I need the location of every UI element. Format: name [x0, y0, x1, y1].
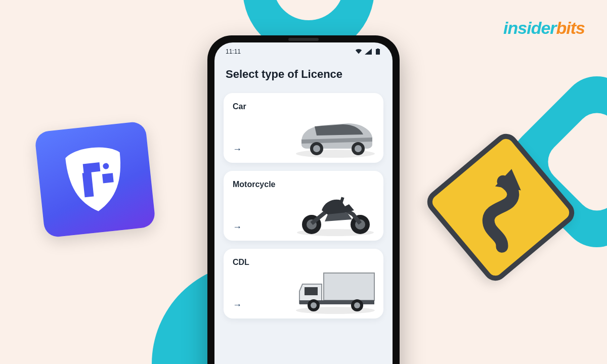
phone-speaker [288, 38, 319, 41]
licence-card-car[interactable]: Car → [224, 93, 383, 163]
licence-card-motorcycle[interactable]: Motorcycle → [224, 171, 383, 241]
wifi-icon [355, 49, 362, 55]
licence-card-cdl[interactable]: CDL → [224, 249, 383, 318]
truck-icon [292, 264, 378, 314]
svg-point-5 [313, 145, 320, 152]
page-title: Select type of Licence [224, 68, 383, 81]
parivahan-app-icon [34, 121, 156, 238]
signal-icon [365, 49, 372, 55]
svg-rect-1 [376, 49, 380, 55]
svg-rect-15 [324, 273, 374, 300]
brand-part1: insider [503, 18, 556, 37]
status-icons [355, 49, 381, 55]
svg-rect-2 [377, 49, 379, 50]
winding-road-sign [441, 147, 561, 267]
status-bar: 11:11 [214, 42, 393, 61]
svg-point-7 [355, 145, 362, 152]
status-time: 11:11 [226, 48, 241, 55]
svg-point-19 [311, 302, 317, 308]
car-icon [292, 108, 378, 159]
brand-logo: insiderbits [503, 18, 585, 38]
brand-part2: bits [556, 18, 585, 37]
screen-content: Select type of Licence Car → [214, 68, 393, 327]
svg-point-14 [296, 307, 375, 314]
shield-glyph-icon [54, 138, 137, 221]
phone-screen: 11:11 Select type of Licence Car → [214, 42, 393, 364]
battery-icon [374, 49, 381, 55]
motorcycle-icon [292, 186, 378, 237]
svg-rect-16 [305, 287, 318, 295]
svg-point-21 [354, 302, 360, 308]
winding-arrow-icon [450, 157, 551, 257]
phone-frame: 11:11 Select type of Licence Car → [207, 35, 400, 364]
